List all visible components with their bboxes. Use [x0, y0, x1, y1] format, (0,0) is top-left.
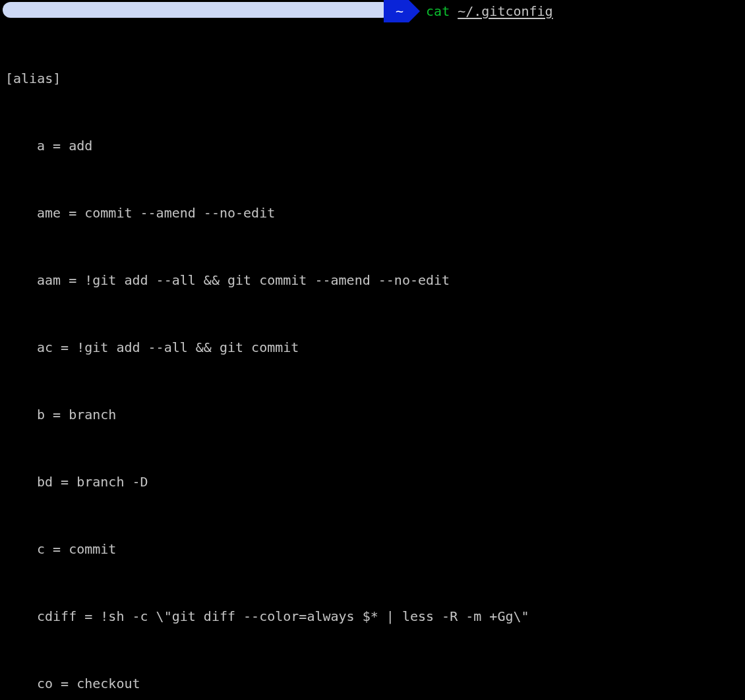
shell-prompt[interactable]: ~ cat ~/.gitconfig — [0, 0, 745, 22]
alias-line: b = branch — [5, 403, 745, 426]
alias-line: c = commit — [5, 538, 745, 560]
alias-line: ame = commit --amend --no-edit — [5, 202, 745, 224]
command-name: cat — [426, 0, 450, 22]
gitconfig-section-header: [alias] — [5, 67, 745, 90]
prompt-cwd-segment: ~ — [384, 0, 409, 22]
prompt-cwd: ~ — [396, 0, 403, 22]
alias-line: ac = !git add --all && git commit — [5, 336, 745, 359]
command-input[interactable]: cat ~/.gitconfig — [426, 0, 553, 22]
redacted-user-host — [3, 2, 390, 18]
alias-line: bd = branch -D — [5, 471, 745, 493]
command-argument: ~/.gitconfig — [458, 0, 553, 22]
alias-line: cdiff = !sh -c \"git diff --color=always… — [5, 605, 745, 627]
terminal-output: [alias] a = add ame = commit --amend --n… — [0, 22, 745, 700]
alias-line: a = add — [5, 134, 745, 157]
alias-line: co = checkout — [5, 672, 745, 695]
alias-line: aam = !git add --all && git commit --ame… — [5, 269, 745, 291]
